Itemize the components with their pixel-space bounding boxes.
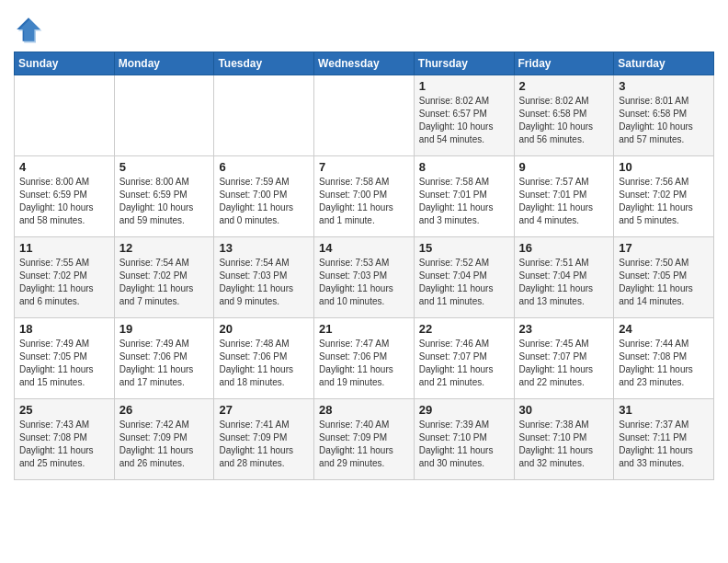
calendar-cell: 28Sunrise: 7:40 AM Sunset: 7:09 PM Dayli… bbox=[314, 399, 415, 480]
header bbox=[14, 9, 714, 44]
day-detail: Sunrise: 7:52 AM Sunset: 7:04 PM Dayligh… bbox=[419, 257, 509, 308]
day-number: 2 bbox=[519, 79, 609, 93]
day-detail: Sunrise: 7:39 AM Sunset: 7:10 PM Dayligh… bbox=[419, 419, 509, 470]
day-number: 15 bbox=[419, 241, 509, 255]
calendar-cell: 15Sunrise: 7:52 AM Sunset: 7:04 PM Dayli… bbox=[414, 237, 514, 318]
day-detail: Sunrise: 7:53 AM Sunset: 7:03 PM Dayligh… bbox=[319, 257, 409, 308]
day-detail: Sunrise: 7:55 AM Sunset: 7:02 PM Dayligh… bbox=[19, 257, 109, 308]
day-detail: Sunrise: 8:00 AM Sunset: 6:59 PM Dayligh… bbox=[119, 176, 210, 227]
calendar-cell bbox=[15, 75, 115, 156]
calendar-cell: 24Sunrise: 7:44 AM Sunset: 7:08 PM Dayli… bbox=[614, 318, 714, 399]
calendar-cell: 4Sunrise: 8:00 AM Sunset: 6:59 PM Daylig… bbox=[15, 156, 115, 237]
day-number: 1 bbox=[419, 79, 509, 93]
day-number: 22 bbox=[419, 322, 509, 336]
day-number: 13 bbox=[219, 241, 309, 255]
day-number: 29 bbox=[419, 403, 509, 417]
day-number: 10 bbox=[619, 160, 709, 174]
calendar-cell: 2Sunrise: 8:02 AM Sunset: 6:58 PM Daylig… bbox=[514, 75, 614, 156]
logo bbox=[14, 15, 47, 44]
calendar-cell: 5Sunrise: 8:00 AM Sunset: 6:59 PM Daylig… bbox=[114, 156, 214, 237]
calendar-cell: 22Sunrise: 7:46 AM Sunset: 7:07 PM Dayli… bbox=[414, 318, 514, 399]
day-number: 9 bbox=[519, 160, 609, 174]
day-detail: Sunrise: 7:58 AM Sunset: 7:01 PM Dayligh… bbox=[419, 176, 509, 227]
day-detail: Sunrise: 7:59 AM Sunset: 7:00 PM Dayligh… bbox=[219, 176, 309, 227]
day-number: 27 bbox=[219, 403, 309, 417]
calendar-cell: 21Sunrise: 7:47 AM Sunset: 7:06 PM Dayli… bbox=[314, 318, 415, 399]
day-number: 4 bbox=[19, 160, 109, 174]
calendar-cell: 14Sunrise: 7:53 AM Sunset: 7:03 PM Dayli… bbox=[314, 237, 415, 318]
day-detail: Sunrise: 7:45 AM Sunset: 7:07 PM Dayligh… bbox=[519, 338, 609, 389]
weekday-header-monday: Monday bbox=[114, 52, 214, 75]
day-number: 20 bbox=[219, 322, 309, 336]
day-number: 12 bbox=[119, 241, 210, 255]
day-number: 28 bbox=[319, 403, 409, 417]
calendar-week-5: 25Sunrise: 7:43 AM Sunset: 7:08 PM Dayli… bbox=[15, 399, 714, 480]
weekday-header-tuesday: Tuesday bbox=[214, 52, 314, 75]
calendar-cell: 20Sunrise: 7:48 AM Sunset: 7:06 PM Dayli… bbox=[214, 318, 314, 399]
calendar-cell: 18Sunrise: 7:49 AM Sunset: 7:05 PM Dayli… bbox=[15, 318, 115, 399]
calendar-cell: 30Sunrise: 7:38 AM Sunset: 7:10 PM Dayli… bbox=[514, 399, 614, 480]
day-detail: Sunrise: 7:54 AM Sunset: 7:02 PM Dayligh… bbox=[119, 257, 210, 308]
calendar-cell: 11Sunrise: 7:55 AM Sunset: 7:02 PM Dayli… bbox=[15, 237, 115, 318]
calendar-cell bbox=[314, 75, 415, 156]
day-detail: Sunrise: 8:00 AM Sunset: 6:59 PM Dayligh… bbox=[19, 176, 109, 227]
day-detail: Sunrise: 7:50 AM Sunset: 7:05 PM Dayligh… bbox=[619, 257, 709, 308]
weekday-header-thursday: Thursday bbox=[414, 52, 514, 75]
weekday-header-friday: Friday bbox=[514, 52, 614, 75]
calendar-cell: 19Sunrise: 7:49 AM Sunset: 7:06 PM Dayli… bbox=[114, 318, 214, 399]
day-detail: Sunrise: 8:01 AM Sunset: 6:58 PM Dayligh… bbox=[619, 95, 709, 146]
weekday-header-wednesday: Wednesday bbox=[314, 52, 415, 75]
calendar-cell: 3Sunrise: 8:01 AM Sunset: 6:58 PM Daylig… bbox=[614, 75, 714, 156]
calendar-cell: 1Sunrise: 8:02 AM Sunset: 6:57 PM Daylig… bbox=[414, 75, 514, 156]
logo-icon bbox=[14, 15, 43, 44]
day-number: 8 bbox=[419, 160, 509, 174]
calendar-cell: 17Sunrise: 7:50 AM Sunset: 7:05 PM Dayli… bbox=[614, 237, 714, 318]
calendar-cell: 10Sunrise: 7:56 AM Sunset: 7:02 PM Dayli… bbox=[614, 156, 714, 237]
calendar-cell: 31Sunrise: 7:37 AM Sunset: 7:11 PM Dayli… bbox=[614, 399, 714, 480]
day-number: 21 bbox=[319, 322, 409, 336]
day-detail: Sunrise: 7:49 AM Sunset: 7:05 PM Dayligh… bbox=[19, 338, 109, 389]
calendar-cell: 7Sunrise: 7:58 AM Sunset: 7:00 PM Daylig… bbox=[314, 156, 415, 237]
day-number: 30 bbox=[519, 403, 609, 417]
day-detail: Sunrise: 8:02 AM Sunset: 6:58 PM Dayligh… bbox=[519, 95, 609, 146]
calendar-week-3: 11Sunrise: 7:55 AM Sunset: 7:02 PM Dayli… bbox=[15, 237, 714, 318]
day-number: 23 bbox=[519, 322, 609, 336]
day-detail: Sunrise: 7:37 AM Sunset: 7:11 PM Dayligh… bbox=[619, 419, 709, 470]
calendar-cell: 27Sunrise: 7:41 AM Sunset: 7:09 PM Dayli… bbox=[214, 399, 314, 480]
day-detail: Sunrise: 7:44 AM Sunset: 7:08 PM Dayligh… bbox=[619, 338, 709, 389]
day-number: 24 bbox=[619, 322, 709, 336]
day-detail: Sunrise: 7:46 AM Sunset: 7:07 PM Dayligh… bbox=[419, 338, 509, 389]
calendar-table: SundayMondayTuesdayWednesdayThursdayFrid… bbox=[14, 52, 714, 480]
weekday-header-row: SundayMondayTuesdayWednesdayThursdayFrid… bbox=[15, 52, 714, 75]
calendar-cell: 8Sunrise: 7:58 AM Sunset: 7:01 PM Daylig… bbox=[414, 156, 514, 237]
day-detail: Sunrise: 7:41 AM Sunset: 7:09 PM Dayligh… bbox=[219, 419, 309, 470]
day-number: 5 bbox=[119, 160, 210, 174]
day-detail: Sunrise: 7:47 AM Sunset: 7:06 PM Dayligh… bbox=[319, 338, 409, 389]
svg-marker-1 bbox=[18, 19, 42, 43]
day-number: 25 bbox=[19, 403, 109, 417]
day-number: 26 bbox=[119, 403, 210, 417]
day-number: 14 bbox=[319, 241, 409, 255]
day-detail: Sunrise: 7:54 AM Sunset: 7:03 PM Dayligh… bbox=[219, 257, 309, 308]
calendar-cell: 12Sunrise: 7:54 AM Sunset: 7:02 PM Dayli… bbox=[114, 237, 214, 318]
calendar-cell: 16Sunrise: 7:51 AM Sunset: 7:04 PM Dayli… bbox=[514, 237, 614, 318]
calendar-cell: 25Sunrise: 7:43 AM Sunset: 7:08 PM Dayli… bbox=[15, 399, 115, 480]
day-number: 6 bbox=[219, 160, 309, 174]
calendar-week-2: 4Sunrise: 8:00 AM Sunset: 6:59 PM Daylig… bbox=[15, 156, 714, 237]
day-detail: Sunrise: 7:38 AM Sunset: 7:10 PM Dayligh… bbox=[519, 419, 609, 470]
day-number: 19 bbox=[119, 322, 210, 336]
calendar-week-1: 1Sunrise: 8:02 AM Sunset: 6:57 PM Daylig… bbox=[15, 75, 714, 156]
day-detail: Sunrise: 7:58 AM Sunset: 7:00 PM Dayligh… bbox=[319, 176, 409, 227]
calendar-cell: 29Sunrise: 7:39 AM Sunset: 7:10 PM Dayli… bbox=[414, 399, 514, 480]
calendar-cell: 13Sunrise: 7:54 AM Sunset: 7:03 PM Dayli… bbox=[214, 237, 314, 318]
day-detail: Sunrise: 7:49 AM Sunset: 7:06 PM Dayligh… bbox=[119, 338, 210, 389]
calendar-cell: 6Sunrise: 7:59 AM Sunset: 7:00 PM Daylig… bbox=[214, 156, 314, 237]
calendar-week-4: 18Sunrise: 7:49 AM Sunset: 7:05 PM Dayli… bbox=[15, 318, 714, 399]
day-detail: Sunrise: 7:43 AM Sunset: 7:08 PM Dayligh… bbox=[19, 419, 109, 470]
day-detail: Sunrise: 7:56 AM Sunset: 7:02 PM Dayligh… bbox=[619, 176, 709, 227]
calendar-cell: 26Sunrise: 7:42 AM Sunset: 7:09 PM Dayli… bbox=[114, 399, 214, 480]
day-number: 18 bbox=[19, 322, 109, 336]
day-detail: Sunrise: 7:42 AM Sunset: 7:09 PM Dayligh… bbox=[119, 419, 210, 470]
day-number: 16 bbox=[519, 241, 609, 255]
calendar-cell: 23Sunrise: 7:45 AM Sunset: 7:07 PM Dayli… bbox=[514, 318, 614, 399]
